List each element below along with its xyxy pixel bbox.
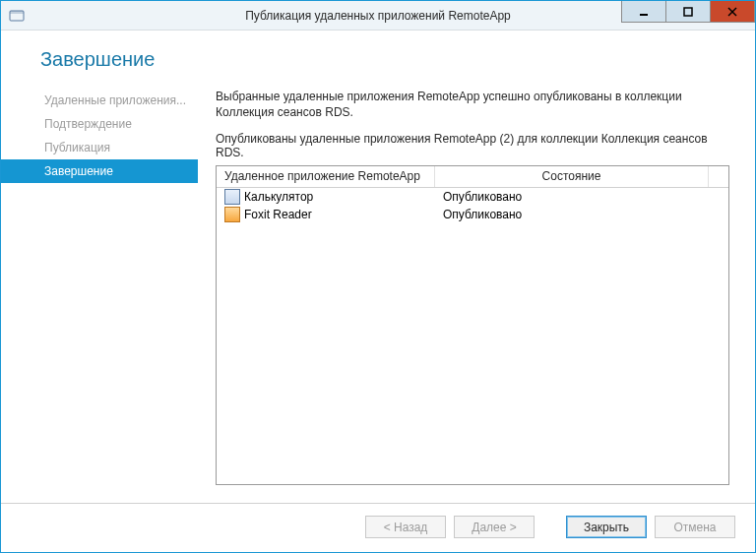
app-name: Foxit Reader bbox=[244, 208, 312, 221]
maximize-button[interactable] bbox=[665, 1, 711, 23]
nav-item-confirm[interactable]: Подтверждение bbox=[1, 112, 198, 136]
page-title: Завершение bbox=[40, 48, 729, 71]
col-header-pad bbox=[709, 166, 728, 187]
table-header: Удаленное приложение RemoteApp Состояние bbox=[217, 166, 728, 188]
col-header-app[interactable]: Удаленное приложение RemoteApp bbox=[217, 166, 435, 187]
calculator-icon bbox=[224, 189, 240, 205]
subintro-text: Опубликованы удаленные приложения Remote… bbox=[216, 132, 729, 159]
back-button: < Назад bbox=[365, 516, 446, 538]
app-state: Опубликовано bbox=[435, 208, 709, 221]
sidebar: Удаленные приложения... Подтверждение Пу… bbox=[1, 83, 198, 503]
nav-item-remote-apps[interactable]: Удаленные приложения... bbox=[1, 89, 198, 112]
app-state: Опубликовано bbox=[435, 190, 709, 204]
next-button: Далее > bbox=[454, 516, 535, 538]
wizard-window: Публикация удаленных приложений RemoteAp… bbox=[0, 0, 756, 553]
footer: < Назад Далее > Закрыть Отмена bbox=[1, 503, 755, 552]
close-button[interactable] bbox=[710, 1, 755, 23]
table-row[interactable]: Foxit Reader Опубликовано bbox=[217, 206, 728, 223]
close-wizard-button[interactable]: Закрыть bbox=[566, 516, 647, 538]
content: Выбранные удаленные приложения RemoteApp… bbox=[198, 83, 755, 503]
apps-table: Удаленное приложение RemoteApp Состояние… bbox=[216, 165, 729, 485]
body: Удаленные приложения... Подтверждение Пу… bbox=[1, 83, 755, 503]
intro-text: Выбранные удаленные приложения RemoteApp… bbox=[216, 89, 729, 120]
heading-area: Завершение bbox=[1, 31, 755, 83]
svg-rect-1 bbox=[10, 11, 24, 14]
cancel-button: Отмена bbox=[655, 516, 735, 538]
table-body: Калькулятор Опубликовано Foxit Reader Оп… bbox=[217, 188, 728, 484]
titlebar: Публикация удаленных приложений RemoteAp… bbox=[1, 1, 755, 31]
col-header-state[interactable]: Состояние bbox=[435, 166, 709, 187]
app-name: Калькулятор bbox=[244, 190, 313, 204]
table-row[interactable]: Калькулятор Опубликовано bbox=[217, 188, 728, 206]
app-icon bbox=[9, 8, 25, 24]
window-controls bbox=[622, 1, 755, 30]
nav-item-complete[interactable]: Завершение bbox=[1, 159, 198, 183]
minimize-button[interactable] bbox=[621, 1, 666, 23]
foxit-icon bbox=[224, 207, 240, 222]
svg-rect-3 bbox=[684, 8, 692, 16]
nav-item-publish[interactable]: Публикация bbox=[1, 136, 198, 159]
